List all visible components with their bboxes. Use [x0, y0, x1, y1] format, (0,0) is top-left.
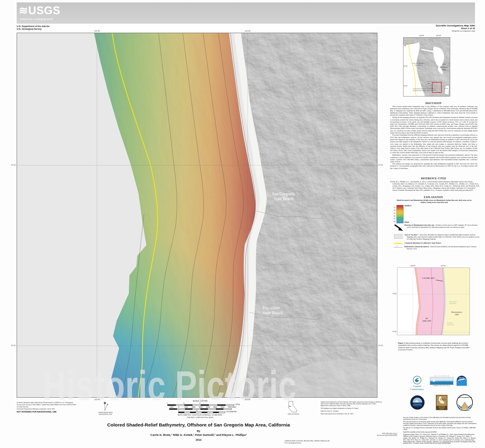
credit-line: Edited by Taryn A. Lindquist: [321, 410, 383, 412]
discussion-paragraph: Processed soundings from the different m…: [390, 134, 477, 154]
label-line: Map: [423, 83, 435, 84]
top-banner: [17, 2, 475, 24]
discussion-heading: DISCUSSION: [390, 102, 477, 105]
grat-lon-top-right: 122°25': [242, 30, 253, 32]
inset-km-words: KILOMETERS: [427, 88, 434, 89]
cgs-logo: CGS CALIFORNIA GEOLOGICAL SURVEY: [436, 395, 447, 410]
nautical-mile-note: ONE MILE = 0.869 NAUTICAL MILES: [139, 416, 261, 418]
ramp-tick: 30: [389, 212, 395, 215]
fineprint-paragraph: Digital files available at http://pubs.u…: [403, 431, 477, 433]
ramp-tick: 10: [389, 206, 395, 209]
discussion-paragraph: Bathymetric contours were generated at 1…: [390, 154, 477, 163]
feet-tick: 1000: [184, 406, 188, 408]
dept-interior-line: U.S. Department of the Interior: [17, 25, 50, 28]
feet-tick: 2000: [192, 406, 195, 408]
coastal-conservancy-logo: Coastal Conservancy: [408, 385, 426, 391]
credits-block: Shaded-relief bathymetry by Peter Dartne…: [321, 401, 383, 415]
label-line: 2005: [448, 313, 466, 316]
no-data-legend-item: Area of “no data”—Areas near shoreline n…: [404, 234, 480, 240]
inset-lat-3720: 37°20': [403, 85, 408, 87]
feet-tick: 3000: [199, 406, 202, 408]
pamphlet-note: Pamphlet accompanies map: [384, 30, 475, 32]
figure1-caption: Figure 1. Map showing areas of multibeam…: [398, 342, 471, 351]
ramp-tick-labels: 10 20 30 40 50 60: [389, 206, 395, 223]
ramp-shallow-label: Shallow: [404, 204, 412, 207]
feet-tick: 1000: [170, 406, 173, 408]
usgs-tagline: science for a changing world: [20, 18, 53, 21]
scale-label: SCALE 1:24 000: [170, 400, 230, 402]
discussion-paragraph: During all the mapping missions, an Appl…: [390, 116, 477, 134]
annotation-layer: ≋USGS science for a changing world U.S. …: [0, 0, 485, 448]
mile-tick: 0: [199, 402, 200, 404]
km-tick: 0: [196, 409, 197, 411]
mile-scale-bar: [167, 404, 234, 406]
noaa-logo: NOAA: [457, 376, 467, 386]
author-footnotes: ¹California State University, Monterey B…: [284, 440, 330, 444]
inset-lon-left: 122°40': [417, 35, 426, 36]
mile-tick: ½: [183, 402, 185, 404]
grat-lat-right-lower: 37°15': [378, 345, 383, 346]
svg-text:SEAFLOOR MAPPING LAB: SEAFLOOR MAPPING LAB: [458, 397, 472, 398]
sheet-number: Sheet 1 of 10: [384, 27, 475, 30]
label-line: Photoscience,: [448, 311, 466, 313]
label-line: San Gregorio: [449, 301, 457, 303]
grat-lon-bottom-left: 122°30': [92, 399, 102, 400]
label-line: Francisco: [439, 66, 449, 69]
dept-usgs-line: U.S. Geological Survey: [17, 28, 42, 30]
footnote-line: ¹California State University, Monterey B…: [284, 440, 330, 442]
state-waters-legend-item: 3-nautical-mile limit of California's St…: [404, 242, 477, 244]
publication-series: Scientific Investigations Map 3306: [384, 24, 475, 27]
footnote-line: ²U.S. Geological Survey.: [284, 442, 330, 444]
coastal-conservancy-icon: [413, 376, 421, 384]
legend-label: Bathymetric contour (in meters): [404, 245, 429, 248]
ocean-protection-council-logo: C A L I F O R N I A OCEAN PROTECTION COU…: [430, 376, 453, 386]
label-line: State Waters: [410, 64, 427, 66]
grat-lat-left-upper: 37°20': [6, 164, 16, 166]
false-sun-legend-item: Direction of illumination from false sun…: [404, 224, 480, 228]
logo-text: OCEAN PROTECTION COUNCIL: [430, 385, 453, 386]
state-waters-swatch: [394, 243, 402, 244]
feet-tick: 0: [178, 406, 179, 408]
fig1-fp-label: FP, 2006, 2007: [420, 317, 434, 322]
inset-lat-38: 38°: [404, 45, 406, 46]
svg-text:CSU MONTEREY BAY: CSU MONTEREY BAY: [459, 409, 470, 410]
legend-label: Area of “no data”: [404, 234, 418, 236]
logo-text: Conservancy: [408, 388, 426, 391]
label-line: State Beach: [449, 303, 457, 305]
opc-image: [430, 377, 453, 385]
byline: By: [47, 429, 350, 433]
marine-habitat-logo-icon: [410, 395, 425, 410]
navigation-warning: NOT INTENDED FOR NAVIGATIONAL USE: [17, 411, 57, 413]
inset-limit-label: Limit of California's State Waters: [410, 62, 427, 66]
authors: Carrie K. Bretz,¹ Rikk G. Kvitek,¹ Peter…: [47, 433, 350, 436]
logo-text: CALIFORNIA GEOLOGICAL SURVEY: [436, 406, 447, 410]
inset-nm-words: NAUTICAL MILES: [427, 90, 436, 91]
label-line: FP,: [420, 317, 434, 320]
contour-interval-note: BATHYMETRIC CONTOUR INTERVAL 10 METERS: [139, 414, 261, 416]
projection-note: Universal Transverse Mercator projection…: [17, 408, 55, 410]
fig1-lon2: 122°25': [438, 265, 448, 267]
declination-caption: APPROXIMATE MEAN DECLINATION, 2014: [91, 412, 120, 416]
logo-text: C A L I F O R N I A: [430, 376, 453, 377]
inset-lat-3740: 37°40': [403, 66, 408, 67]
inset-lon-right: 122°20': [434, 35, 443, 36]
sheet-title: Colored Shaded-Relief Bathymetry, Offsho…: [47, 422, 350, 428]
contour-swatch: [394, 247, 402, 248]
grat-lon-top-left: 122°30': [92, 30, 102, 32]
grat-lon-bottom-right: 122°25': [242, 399, 253, 400]
label-line: Bay: [439, 69, 449, 72]
ramp-tick: 20: [389, 209, 395, 212]
fig1-lat1: 37°20': [389, 293, 396, 295]
doi-line: http://dx.doi.org/10.3133/sim3306: [364, 435, 397, 436]
caption-number: Figure 1.: [398, 342, 405, 344]
ramp-deep-label: Deep: [404, 221, 409, 223]
fig1-csumb-label: CSUMB, 2007: [422, 277, 435, 279]
fineprint-suggested-citation: Suggested citation: Bretz, C.K., Kvitek,…: [403, 434, 477, 444]
inset-calif-label: CALIF: [444, 88, 448, 89]
label-line: State Beach: [263, 311, 283, 315]
feet-tick: 6000: [221, 406, 224, 408]
feet-tick: 4000: [206, 406, 210, 408]
map-location-label: MAP LOCATION: [283, 413, 303, 415]
no-data-swatch: [394, 234, 403, 239]
fig1-san-gregorio-label: San Gregorio State Beach: [449, 301, 457, 304]
